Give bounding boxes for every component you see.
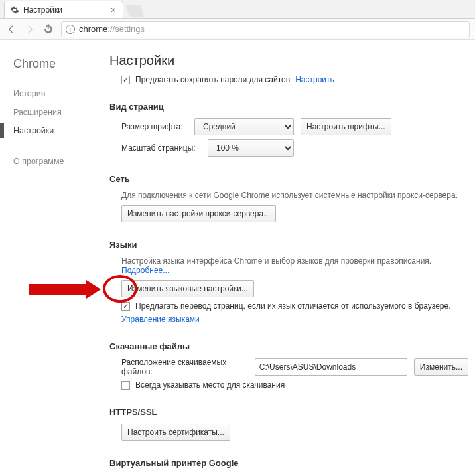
browser-tabbar: Настройки × — [0, 0, 475, 19]
section-languages: Языки — [109, 240, 468, 250]
settings-content: Настройки Предлагать сохранять пароли дл… — [103, 40, 475, 476]
brand: Chrome — [13, 57, 103, 71]
url-host: chrome — [79, 24, 107, 34]
section-https: HTTPS/SSL — [109, 407, 468, 417]
manage-languages-link[interactable]: Управление языками — [121, 315, 200, 324]
proxy-settings-button[interactable]: Изменить настройки прокси-сервера... — [121, 205, 276, 222]
passwords-save-label: Предлагать сохранять пароли для сайтов — [135, 75, 290, 84]
passwords-save-checkbox[interactable] — [121, 76, 130, 84]
font-size-select[interactable]: Средний — [194, 118, 294, 135]
gear-icon — [10, 5, 19, 15]
translate-offer-label: Предлагать перевод страниц, если их язык… — [135, 301, 451, 311]
download-ask-label: Всегда указывать место для скачивания — [135, 380, 285, 390]
font-size-label: Размер шрифта: — [121, 122, 188, 131]
download-location-label: Расположение скачиваемых файлов: — [121, 358, 248, 376]
section-appearance: Вид страниц — [109, 102, 468, 112]
sidebar-item-extensions[interactable]: Расширения — [13, 103, 103, 121]
sidebar-item-settings[interactable]: Настройки — [13, 121, 103, 140]
forward-button[interactable] — [24, 23, 36, 35]
address-bar[interactable]: i chrome://settings — [61, 21, 470, 37]
sidebar-item-about[interactable]: О программе — [13, 152, 103, 171]
section-printer-cut: Виртуальный принтер Google — [109, 458, 468, 468]
reload-button[interactable] — [42, 23, 54, 35]
translate-offer-checkbox[interactable] — [121, 302, 130, 311]
download-ask-checkbox[interactable] — [121, 381, 130, 390]
download-location-field[interactable] — [255, 358, 407, 376]
page-title: Настройки — [109, 53, 468, 68]
sidebar: Chrome История Расширения Настройки О пр… — [0, 40, 103, 476]
page-zoom-label: Масштаб страницы: — [121, 143, 201, 153]
section-network: Сеть — [109, 174, 468, 184]
browser-tab-active[interactable]: Настройки × — [4, 1, 123, 18]
sidebar-item-history[interactable]: История — [13, 84, 103, 103]
url-path: ://settings — [107, 24, 145, 34]
info-icon[interactable]: i — [66, 25, 75, 34]
customize-fonts-button[interactable]: Настроить шрифты... — [301, 118, 391, 135]
download-change-button[interactable]: Изменить... — [414, 358, 468, 376]
language-settings-button[interactable]: Изменить языковые настройки... — [121, 280, 254, 297]
passwords-configure-link[interactable]: Настроить — [295, 75, 334, 84]
browser-toolbar: i chrome://settings — [0, 19, 475, 40]
languages-desc: Настройка языка интерфейса Chrome и выбо… — [121, 256, 468, 275]
page-zoom-select[interactable]: 100 % — [208, 139, 294, 157]
tab-title: Настройки — [23, 5, 105, 15]
close-icon[interactable]: × — [109, 5, 117, 15]
new-tab-button[interactable] — [125, 5, 145, 17]
section-downloads: Скачанные файлы — [109, 341, 468, 351]
certificates-button[interactable]: Настроить сертификаты... — [121, 424, 230, 441]
network-desc: Для подключения к сети Google Chrome исп… — [121, 191, 468, 200]
back-button[interactable] — [5, 23, 17, 35]
languages-more-link[interactable]: Подробнее... — [121, 266, 169, 275]
